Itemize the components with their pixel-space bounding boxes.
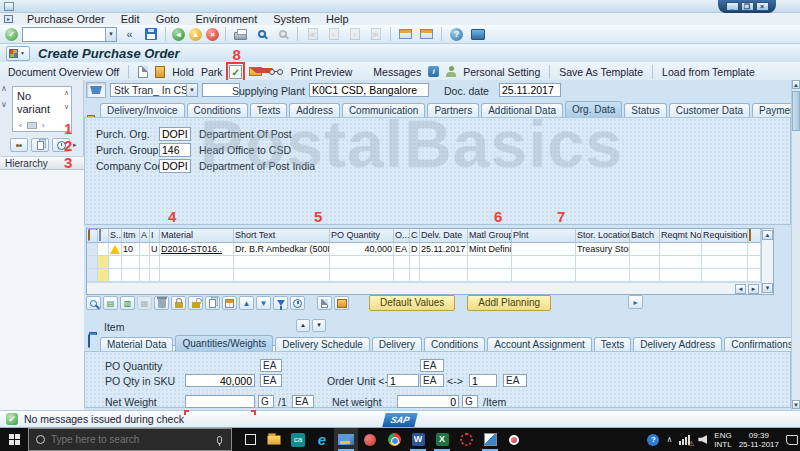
network-icon[interactable]: ⚠ xyxy=(679,435,691,445)
addl-planning-button[interactable]: Addl Planning xyxy=(467,295,551,311)
clock[interactable]: 09:39 25-11-2017 xyxy=(739,431,779,449)
sort-desc-icon[interactable]: ▼ xyxy=(256,296,271,310)
row-select-cell[interactable] xyxy=(87,243,98,256)
po-qty-sku-unit[interactable]: EA xyxy=(260,374,282,387)
tab-delivery[interactable]: Delivery xyxy=(372,337,422,351)
tab-quantities-weights[interactable]: Quantities/Weights xyxy=(175,335,273,351)
col-material[interactable]: Material xyxy=(160,229,234,243)
cancel-icon[interactable]: × xyxy=(206,28,219,41)
table-row-empty[interactable] xyxy=(87,256,761,269)
page-scroll-down-icon[interactable]: ▼ xyxy=(792,400,800,409)
grid-vscroll[interactable]: ▲ ▼ xyxy=(761,229,773,294)
tab-communication[interactable]: Communication xyxy=(342,103,425,117)
create-shortcut-icon[interactable] xyxy=(418,26,435,42)
col-config-icon[interactable] xyxy=(748,229,761,243)
menu-goto[interactable]: Goto xyxy=(148,13,188,25)
trash-icon[interactable] xyxy=(154,296,169,310)
screen-menu-icon[interactable]: ▼ xyxy=(6,46,30,61)
net-weight-per-unit[interactable]: EA xyxy=(292,395,314,408)
detail-icon[interactable] xyxy=(317,296,332,310)
po-quantity-unit[interactable]: EA xyxy=(260,359,282,372)
doc-date-field[interactable] xyxy=(499,83,561,97)
filter-icon[interactable] xyxy=(273,296,288,310)
tab-customer-data[interactable]: Customer Data xyxy=(669,103,750,117)
personal-setting-button[interactable]: Personal Setting xyxy=(463,66,540,78)
cell-delv-date[interactable]: 25.11.2017 xyxy=(420,243,468,256)
delete-row-icon[interactable]: ▥ xyxy=(120,296,135,310)
col-itm[interactable]: Itm xyxy=(122,229,140,243)
cell-itm[interactable]: 10 xyxy=(122,243,140,256)
recorder-icon[interactable] xyxy=(502,428,526,451)
load-from-template-button[interactable]: Load from Template xyxy=(662,66,755,78)
net-weight-unit[interactable]: G xyxy=(258,395,274,408)
col-a[interactable]: A xyxy=(140,229,150,243)
messages-mail-icon[interactable] xyxy=(249,67,262,76)
col-stor-location[interactable]: Stor. Location xyxy=(576,229,630,243)
internet-explorer-icon[interactable]: e xyxy=(310,428,334,451)
print-preview-button[interactable]: Print Preview xyxy=(290,66,352,78)
cell-matl-group[interactable]: Mint Definiti xyxy=(468,243,512,256)
cart-icon[interactable] xyxy=(86,82,106,98)
customize-layout-icon[interactable] xyxy=(469,26,486,42)
save-icon[interactable] xyxy=(142,26,159,42)
unlock-icon[interactable] xyxy=(188,296,203,310)
tab-account-assignment[interactable]: Account Assignment xyxy=(487,337,592,351)
tab-delivery-address[interactable]: Delivery Address xyxy=(633,337,722,351)
chrome-icon[interactable] xyxy=(382,428,406,451)
back-icon[interactable]: ◂ xyxy=(172,28,185,41)
start-button[interactable] xyxy=(0,428,28,451)
tab-status[interactable]: Status xyxy=(624,103,666,117)
epost-icon[interactable] xyxy=(454,428,478,451)
default-values-button[interactable]: Default Values xyxy=(369,295,455,311)
microphone-icon[interactable] xyxy=(217,436,222,444)
search-icon[interactable] xyxy=(86,296,101,310)
scroll-left-icon[interactable]: ◄ xyxy=(735,284,746,294)
purch-org-field[interactable] xyxy=(159,127,191,141)
variant-box[interactable]: No variant ∧ ∨ ‹ › xyxy=(12,86,72,132)
cell-short-text[interactable]: Dr. B.R Ambedkar (500P) xyxy=(234,243,330,256)
hold-button[interactable]: Hold xyxy=(172,66,194,78)
col-requisitioner[interactable]: Requisitioner xyxy=(702,229,748,243)
language-indicator[interactable]: ENG INTL xyxy=(714,431,731,449)
cell-material[interactable]: D2016-ST016.. xyxy=(160,243,234,256)
variant-down-icon[interactable]: ∨ xyxy=(64,103,69,111)
park-button[interactable]: Park xyxy=(201,66,223,78)
task-view-icon[interactable] xyxy=(238,428,262,451)
variant-select-icon[interactable] xyxy=(10,138,28,152)
tab-confirmations[interactable]: Confirmations xyxy=(724,337,800,351)
info-icon[interactable]: i xyxy=(428,66,439,77)
dock-collapse-down-icon[interactable]: ∨ xyxy=(1,100,7,109)
insert-row-icon[interactable]: ▤ xyxy=(103,296,118,310)
exit-icon[interactable]: ▴ xyxy=(189,28,202,41)
page-scrollbar[interactable]: ▲ ▼ xyxy=(791,80,800,410)
tab-material-data[interactable]: Material Data xyxy=(100,337,173,351)
document-overview-button[interactable]: Document Overview Off xyxy=(8,66,119,78)
excel-icon[interactable]: X xyxy=(430,428,454,451)
col-reqmt-no[interactable]: Reqmt No. xyxy=(660,229,702,243)
find-icon[interactable] xyxy=(253,26,270,42)
tray-expand-icon[interactable]: ∧ xyxy=(666,435,672,444)
next-item-icon[interactable]: ▼ xyxy=(312,319,326,332)
grid-settings-folder-icon[interactable] xyxy=(87,229,98,243)
net-weight-field[interactable] xyxy=(185,395,255,408)
tab-item-texts[interactable]: Texts xyxy=(594,337,631,351)
grid-layout-icon[interactable] xyxy=(98,229,109,243)
menu-environment[interactable]: Environment xyxy=(187,13,265,25)
menu-help[interactable]: Help xyxy=(318,13,357,25)
variant-thumb[interactable] xyxy=(27,122,37,129)
po-qty-sku-field[interactable] xyxy=(185,374,255,387)
dock-more-icon[interactable]: ▸ xyxy=(73,141,77,149)
menu-purchase-order[interactable]: Purchase Order xyxy=(19,13,113,25)
taskbar-search[interactable] xyxy=(28,428,232,451)
table-view-icon[interactable] xyxy=(334,296,349,310)
col-matl-group[interactable]: Matl Group xyxy=(468,229,512,243)
scroll-up-icon[interactable]: ▲ xyxy=(762,230,773,240)
camtasia-icon[interactable]: ca xyxy=(286,428,310,451)
menu-system[interactable]: System xyxy=(265,13,318,25)
variant-up-icon[interactable]: ∧ xyxy=(64,89,69,97)
tab-partners[interactable]: Partners xyxy=(427,103,479,117)
col-i[interactable]: I xyxy=(150,229,160,243)
close-button[interactable]: × xyxy=(756,2,769,11)
system-menu-icon[interactable]: ▸ xyxy=(4,15,13,23)
export-icon[interactable]: ▸ xyxy=(628,295,643,309)
